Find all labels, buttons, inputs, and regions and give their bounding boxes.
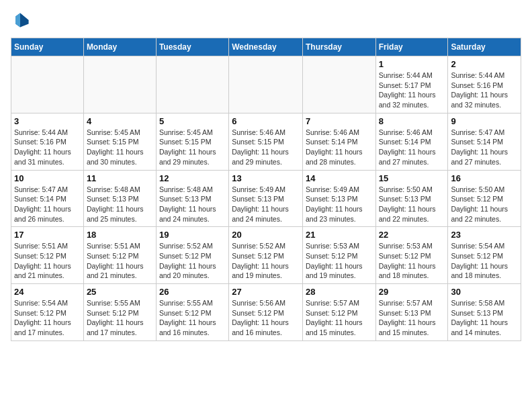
day-info: Sunrise: 5:47 AM Sunset: 5:14 PM Dayligh… [14,185,81,224]
day-number: 17 [14,230,81,240]
day-number: 28 [306,287,373,297]
calendar-day-cell: 22Sunrise: 5:53 AM Sunset: 5:12 PM Dayli… [375,227,448,284]
calendar-day-cell: 12Sunrise: 5:48 AM Sunset: 5:13 PM Dayli… [156,170,228,227]
calendar-day-cell: 29Sunrise: 5:57 AM Sunset: 5:13 PM Dayli… [375,284,448,341]
page-header [11,11,521,30]
day-info: Sunrise: 5:50 AM Sunset: 5:12 PM Dayligh… [451,185,518,224]
day-info: Sunrise: 5:52 AM Sunset: 5:12 PM Dayligh… [159,241,226,281]
calendar-day-cell: 15Sunrise: 5:50 AM Sunset: 5:13 PM Dayli… [375,170,448,227]
day-number: 2 [451,59,518,69]
calendar-day-cell [229,56,303,113]
day-number: 4 [87,116,153,126]
day-info: Sunrise: 5:58 AM Sunset: 5:13 PM Dayligh… [451,298,518,338]
calendar-day-cell: 18Sunrise: 5:51 AM Sunset: 5:12 PM Dayli… [83,227,156,284]
calendar-day-cell: 11Sunrise: 5:48 AM Sunset: 5:13 PM Dayli… [83,170,156,227]
day-of-week-header: Wednesday [229,38,303,56]
day-number: 14 [306,173,373,183]
svg-marker-1 [15,13,20,28]
calendar-week-row: 24Sunrise: 5:54 AM Sunset: 5:12 PM Dayli… [11,284,521,341]
day-info: Sunrise: 5:49 AM Sunset: 5:13 PM Dayligh… [306,185,373,224]
calendar-table: SundayMondayTuesdayWednesdayThursdayFrid… [11,38,521,341]
logo [11,11,32,30]
calendar-day-cell: 4Sunrise: 5:45 AM Sunset: 5:15 PM Daylig… [83,113,156,170]
day-number: 10 [14,173,81,183]
calendar-day-cell: 25Sunrise: 5:55 AM Sunset: 5:12 PM Dayli… [83,284,156,341]
calendar-day-cell: 16Sunrise: 5:50 AM Sunset: 5:12 PM Dayli… [448,170,521,227]
day-info: Sunrise: 5:44 AM Sunset: 5:17 PM Dayligh… [379,71,445,110]
day-info: Sunrise: 5:48 AM Sunset: 5:13 PM Dayligh… [159,185,226,224]
calendar-day-cell: 27Sunrise: 5:56 AM Sunset: 5:12 PM Dayli… [229,284,303,341]
day-info: Sunrise: 5:52 AM Sunset: 5:12 PM Dayligh… [232,241,300,281]
calendar-day-cell: 13Sunrise: 5:49 AM Sunset: 5:13 PM Dayli… [229,170,303,227]
day-info: Sunrise: 5:51 AM Sunset: 5:12 PM Dayligh… [14,241,81,281]
calendar-day-cell: 10Sunrise: 5:47 AM Sunset: 5:14 PM Dayli… [11,170,84,227]
day-number: 8 [379,116,445,126]
day-of-week-header: Tuesday [156,38,228,56]
calendar-day-cell: 21Sunrise: 5:53 AM Sunset: 5:12 PM Dayli… [302,227,375,284]
calendar-day-cell: 24Sunrise: 5:54 AM Sunset: 5:12 PM Dayli… [11,284,84,341]
day-of-week-header: Saturday [448,38,521,56]
calendar-day-cell: 30Sunrise: 5:58 AM Sunset: 5:13 PM Dayli… [448,284,521,341]
day-number: 7 [306,116,373,126]
day-number: 22 [379,230,445,240]
day-of-week-header: Friday [375,38,448,56]
day-of-week-header: Sunday [11,38,84,56]
day-number: 25 [87,287,153,297]
day-number: 15 [379,173,445,183]
day-info: Sunrise: 5:55 AM Sunset: 5:12 PM Dayligh… [159,298,226,338]
calendar-day-cell: 9Sunrise: 5:47 AM Sunset: 5:14 PM Daylig… [448,113,521,170]
calendar-day-cell [156,56,228,113]
day-number: 20 [232,230,300,240]
calendar-day-cell: 5Sunrise: 5:45 AM Sunset: 5:15 PM Daylig… [156,113,228,170]
day-number: 27 [232,287,300,297]
calendar-day-cell [11,56,84,113]
day-number: 3 [14,116,81,126]
calendar-day-cell: 20Sunrise: 5:52 AM Sunset: 5:12 PM Dayli… [229,227,303,284]
calendar-day-cell: 14Sunrise: 5:49 AM Sunset: 5:13 PM Dayli… [302,170,375,227]
calendar-day-cell: 6Sunrise: 5:46 AM Sunset: 5:15 PM Daylig… [229,113,303,170]
calendar-day-cell: 19Sunrise: 5:52 AM Sunset: 5:12 PM Dayli… [156,227,228,284]
day-number: 13 [232,173,300,183]
day-info: Sunrise: 5:46 AM Sunset: 5:14 PM Dayligh… [306,128,373,167]
day-info: Sunrise: 5:54 AM Sunset: 5:12 PM Dayligh… [451,241,518,281]
day-number: 11 [87,173,153,183]
day-info: Sunrise: 5:53 AM Sunset: 5:12 PM Dayligh… [306,241,373,281]
day-number: 30 [451,287,518,297]
day-number: 18 [87,230,153,240]
day-info: Sunrise: 5:51 AM Sunset: 5:12 PM Dayligh… [87,241,153,281]
day-number: 1 [379,59,445,69]
calendar-week-row: 10Sunrise: 5:47 AM Sunset: 5:14 PM Dayli… [11,170,521,227]
day-number: 23 [451,230,518,240]
day-info: Sunrise: 5:47 AM Sunset: 5:14 PM Dayligh… [451,128,518,167]
calendar-day-cell: 2Sunrise: 5:44 AM Sunset: 5:16 PM Daylig… [448,56,521,113]
day-info: Sunrise: 5:55 AM Sunset: 5:12 PM Dayligh… [87,298,153,338]
day-info: Sunrise: 5:45 AM Sunset: 5:15 PM Dayligh… [87,128,153,167]
day-number: 21 [306,230,373,240]
calendar-day-cell: 3Sunrise: 5:44 AM Sunset: 5:16 PM Daylig… [11,113,84,170]
logo-icon [11,11,30,30]
day-info: Sunrise: 5:48 AM Sunset: 5:13 PM Dayligh… [87,185,153,224]
day-number: 5 [159,116,226,126]
day-of-week-header: Monday [83,38,156,56]
svg-marker-2 [20,13,29,28]
day-info: Sunrise: 5:57 AM Sunset: 5:12 PM Dayligh… [306,298,373,338]
day-info: Sunrise: 5:46 AM Sunset: 5:14 PM Dayligh… [379,128,445,167]
day-info: Sunrise: 5:56 AM Sunset: 5:12 PM Dayligh… [232,298,300,338]
day-info: Sunrise: 5:46 AM Sunset: 5:15 PM Dayligh… [232,128,300,167]
calendar-day-cell: 26Sunrise: 5:55 AM Sunset: 5:12 PM Dayli… [156,284,228,341]
calendar-day-cell: 1Sunrise: 5:44 AM Sunset: 5:17 PM Daylig… [375,56,448,113]
calendar-day-cell: 8Sunrise: 5:46 AM Sunset: 5:14 PM Daylig… [375,113,448,170]
calendar-day-cell [83,56,156,113]
day-info: Sunrise: 5:45 AM Sunset: 5:15 PM Dayligh… [159,128,226,167]
day-number: 24 [14,287,81,297]
calendar-day-cell [302,56,375,113]
day-info: Sunrise: 5:44 AM Sunset: 5:16 PM Dayligh… [14,128,81,167]
day-number: 26 [159,287,226,297]
day-number: 19 [159,230,226,240]
calendar-week-row: 17Sunrise: 5:51 AM Sunset: 5:12 PM Dayli… [11,227,521,284]
day-of-week-header: Thursday [302,38,375,56]
day-number: 16 [451,173,518,183]
day-info: Sunrise: 5:44 AM Sunset: 5:16 PM Dayligh… [451,71,518,110]
day-info: Sunrise: 5:57 AM Sunset: 5:13 PM Dayligh… [379,298,445,338]
day-info: Sunrise: 5:54 AM Sunset: 5:12 PM Dayligh… [14,298,81,338]
